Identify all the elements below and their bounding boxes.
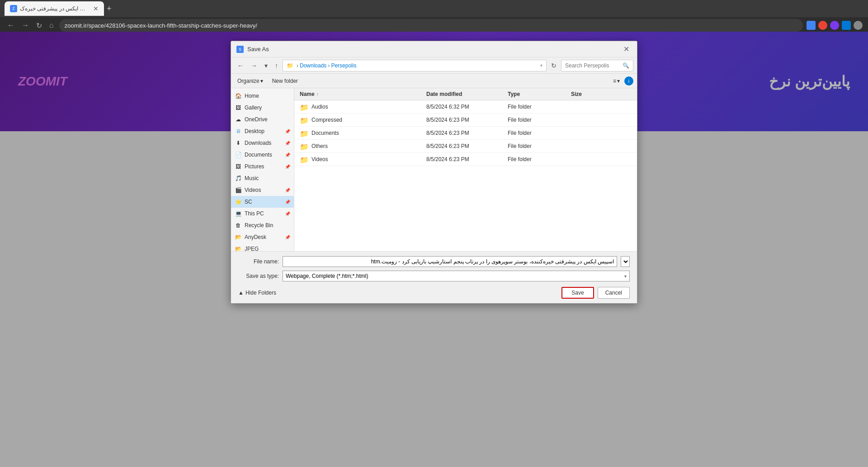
back-button[interactable]: ← (5, 19, 16, 31)
sidebar-item-onedrive[interactable]: ☁ OneDrive (231, 114, 294, 125)
folder-icon: 📁 (300, 116, 307, 124)
extension-icon-4[interactable] (842, 21, 851, 30)
nav-bar: ← → ↻ ⌂ zoomit.ir/space/428106-spacex-la… (0, 17, 868, 33)
dialog-close-button[interactable]: ✕ (621, 44, 632, 55)
file-type-cell: File folder (506, 142, 569, 150)
sidebar-item-documents[interactable]: 📄 Documents 📌 (231, 149, 294, 161)
jpeg-icon: 📂 (235, 245, 242, 251)
tab-close-button[interactable]: ✕ (93, 5, 99, 12)
extension-icon-3[interactable] (830, 21, 839, 30)
home-button[interactable]: ⌂ (47, 19, 56, 31)
forward-button[interactable]: → (20, 19, 31, 31)
pin-icon-documents: 📌 (285, 152, 290, 157)
refresh-button[interactable]: ↻ (34, 19, 44, 32)
file-date-cell: 8/5/2024 6:32 PM (425, 103, 506, 111)
downloads-icon: ⬇ (235, 139, 242, 147)
organize-button[interactable]: Organize ▾ (235, 77, 266, 85)
file-size-cell (569, 106, 605, 108)
table-row[interactable]: 📁 Others 8/5/2024 6:23 PM File folder (294, 140, 637, 153)
dialog-back-button[interactable]: ← (235, 60, 246, 71)
save-button[interactable]: Save (561, 287, 594, 299)
sidebar-item-jpeg[interactable]: 📂 JPEG (231, 243, 294, 251)
sidebar-item-home[interactable]: 🏠 Home (231, 90, 294, 102)
new-tab-button[interactable]: + (107, 4, 112, 14)
col-size-header[interactable]: Size (569, 90, 605, 98)
dialog-dropdown-button[interactable]: ▾ (262, 60, 270, 71)
file-size-cell (569, 158, 605, 160)
active-tab[interactable]: Z اسپیس ایکس در پیشرفتی خیره‌ک... ✕ (5, 1, 104, 16)
dialog-up-button[interactable]: ↑ (272, 60, 281, 71)
sidebar-item-videos[interactable]: 🎬 Videos 📌 (231, 184, 294, 196)
sidebar-item-downloads[interactable]: ⬇ Downloads 📌 (231, 137, 294, 149)
path-dropdown-arrow[interactable]: ▾ (540, 63, 542, 68)
file-name-cell: 📁 Audios (298, 102, 425, 111)
pin-icon-anydesk: 📌 (285, 235, 290, 240)
sort-arrow-icon: ↑ (316, 92, 319, 97)
dialog-favicon: S (236, 46, 244, 53)
folder-icon: 📁 (300, 156, 307, 163)
dialog-search-input[interactable] (565, 62, 623, 69)
dialog-sidebar: 🏠 Home 🖼 Gallery ☁ OneDrive 🖥 Desktop 📌 (231, 88, 294, 251)
table-row[interactable]: 📁 Documents 8/5/2024 6:23 PM File folder (294, 127, 637, 140)
view-button[interactable]: ≡ ▾ (610, 77, 623, 85)
hide-folders-label: Hide Folders (245, 290, 276, 296)
dialog-path-bar[interactable]: 📁 › Downloads › Persepolis ▾ (283, 60, 547, 71)
dialog-refresh-button[interactable]: ↻ (548, 60, 559, 71)
pin-icon-thispc: 📌 (285, 211, 290, 216)
savetype-arrow-icon: ▾ (624, 274, 627, 279)
sidebar-label-recyclebin: Recycle Bin (245, 222, 273, 229)
videos-icon: 🎬 (235, 186, 242, 194)
filename-input[interactable] (283, 256, 617, 267)
sidebar-item-gallery[interactable]: 🖼 Gallery (231, 102, 294, 114)
home-icon: 🏠 (235, 92, 242, 100)
sidebar-item-music[interactable]: 🎵 Music (231, 172, 294, 184)
file-name-text: Others (311, 143, 328, 149)
info-button[interactable]: i (624, 76, 633, 86)
address-bar[interactable]: zoomit.ir/space/428106-spacex-launch-fif… (59, 19, 803, 32)
path-persepolis[interactable]: Persepolis (331, 62, 356, 69)
file-name-text: Compressed (311, 117, 342, 123)
sc-icon: ⭐ (235, 198, 242, 205)
savetype-dropdown[interactable]: Webpage, Complete (*.htm;*.html) ▾ (283, 271, 630, 281)
col-date-header[interactable]: Date modified (425, 90, 506, 98)
view-arrow-icon: ▾ (617, 78, 620, 84)
dialog-forward-button[interactable]: → (248, 60, 260, 71)
col-type-header[interactable]: Type (506, 90, 569, 98)
extension-icon-1[interactable] (807, 21, 816, 30)
filename-dropdown[interactable] (621, 256, 630, 267)
sidebar-item-anydesk[interactable]: 📂 AnyDesk 📌 (231, 231, 294, 243)
new-folder-button[interactable]: New folder (269, 77, 301, 85)
sidebar-item-sc[interactable]: ⭐ SC 📌 (231, 196, 294, 208)
organize-arrow-icon: ▾ (260, 78, 263, 84)
col-name-header[interactable]: Name ↑ (298, 90, 425, 98)
sidebar-item-recyclebin[interactable]: 🗑 Recycle Bin (231, 219, 294, 231)
folder-icon: 📁 (300, 143, 307, 150)
file-type-cell: File folder (506, 129, 569, 137)
sidebar-item-pictures[interactable]: 🖼 Pictures 📌 (231, 161, 294, 172)
filename-label: File name: (238, 258, 279, 265)
cancel-button[interactable]: Cancel (598, 287, 630, 299)
dialog-search-box[interactable]: 🔍 (561, 60, 633, 71)
path-downloads[interactable]: Downloads (300, 62, 326, 69)
anydesk-icon: 📂 (235, 234, 242, 241)
pin-icon-pictures: 📌 (285, 164, 290, 169)
file-date-cell: 8/5/2024 6:23 PM (425, 142, 506, 150)
hide-folders-button[interactable]: ▲ Hide Folders (238, 290, 276, 296)
filelist-header: Name ↑ Date modified Type Size (294, 88, 637, 100)
sidebar-label-documents: Documents (245, 152, 272, 158)
sidebar-item-desktop[interactable]: 🖥 Desktop 📌 (231, 125, 294, 137)
table-row[interactable]: 📁 Audios 8/5/2024 6:32 PM File folder (294, 100, 637, 114)
dialog-bottom: File name: Save as type: Webpage, Comple… (231, 251, 637, 303)
extension-icon-2[interactable] (818, 21, 827, 30)
sidebar-item-thispc[interactable]: 💻 This PC 📌 (231, 208, 294, 219)
view-list-icon: ≡ (613, 78, 616, 84)
profile-icon[interactable] (854, 21, 863, 30)
action-buttons: Save Cancel (561, 287, 630, 299)
table-row[interactable]: 📁 Videos 8/5/2024 6:23 PM File folder (294, 153, 637, 166)
file-type-cell: File folder (506, 116, 569, 124)
organize-label: Organize (237, 78, 259, 84)
pin-icon-downloads: 📌 (285, 141, 290, 146)
sidebar-label-music: Music (245, 175, 259, 181)
url-text: zoomit.ir/space/428106-spacex-launch-fif… (65, 22, 797, 29)
table-row[interactable]: 📁 Compressed 8/5/2024 6:23 PM File folde… (294, 114, 637, 127)
